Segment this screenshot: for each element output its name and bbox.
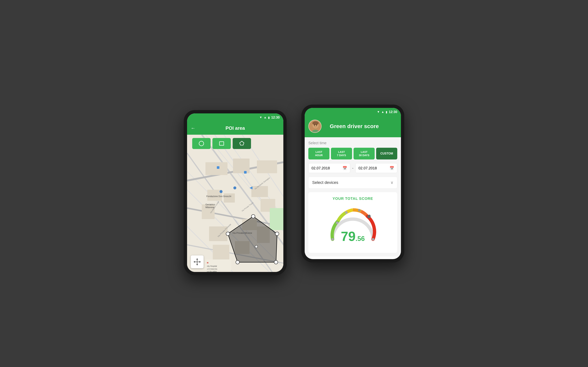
svg-marker-60 [193,261,195,263]
wifi-icon: ▼ [259,116,262,119]
status-bar-1: ▼ ▲ ▮ 12:30 [187,113,283,121]
signal-icon-2: ▲ [381,110,384,114]
time-display-2: 12:30 [389,110,397,114]
calendar-from-icon[interactable]: 📅 [343,166,347,170]
polygon-shape-button[interactable] [233,138,251,149]
battery-icon-2: ▮ [386,110,387,114]
select-devices-label: Select devices [312,180,338,185]
svg-point-50 [236,260,239,264]
gauge-chart: 79.56 [327,204,379,249]
date-from-field[interactable]: 02.07.2018 📅 [308,163,350,173]
gauge-value: 79.56 [341,230,365,243]
map-background: Via Privata Preneste Via Privata Tracia … [187,135,283,272]
svg-text:Geriatrico: Geriatrico [205,203,215,206]
svg-point-31 [233,186,236,189]
score-number: 79 [341,229,355,244]
map-container[interactable]: Via Privata Preneste Via Privata Tracia … [187,135,283,272]
battery-icon: ▮ [268,116,270,119]
svg-rect-1 [219,142,224,145]
svg-rect-54 [244,171,247,174]
date-range-row: 02.07.2018 📅 - 02.07.2018 📅 [308,163,397,173]
svg-text:La Via Lattea: La Via Lattea [207,270,217,272]
status-bar-2: ▼ ▲ ▮ 12:30 [305,108,401,116]
avatar [308,120,321,133]
svg-marker-2 [240,141,244,145]
last-hour-button[interactable]: LASTHOUR [308,148,329,159]
svg-rect-53 [217,166,219,169]
circle-shape-button[interactable] [192,138,211,149]
date-from-value: 02.07.2018 [311,166,330,170]
select-time-label: Select time [308,141,397,145]
svg-text:H: H [207,262,208,264]
select-devices-row[interactable]: Select devices ∨ [308,177,397,188]
shape-toolbar [192,138,251,149]
score-decimal: .56 [355,235,365,242]
custom-button[interactable]: CUSTOM [376,148,397,159]
phone-poi-area: ▼ ▲ ▮ 12:30 ← POI area [184,110,287,275]
move-button[interactable] [191,255,204,268]
date-to-value: 02.07.2018 [358,166,377,170]
svg-point-51 [226,232,230,236]
phone1-screen: ▼ ▲ ▮ 12:30 ← POI area [187,113,283,272]
score-section: YOUR TOTAL SCORE [308,192,397,253]
svg-point-73 [372,238,374,241]
wifi-icon-2: ▼ [377,110,380,114]
svg-marker-59 [196,264,198,266]
svg-point-71 [358,209,361,212]
svg-text:Milanese: Milanese [205,206,214,209]
phone2-screen: ▼ ▲ ▮ 12:30 [305,108,401,259]
svg-point-64 [312,121,319,125]
svg-point-66 [314,125,315,126]
rectangle-shape-button[interactable] [212,138,231,149]
svg-rect-17 [224,193,235,203]
svg-point-67 [316,125,317,126]
svg-text:Fondazione Don Gnocchi: Fondazione Don Gnocchi [206,195,231,198]
svg-rect-27 [233,158,250,173]
svg-point-74 [367,215,371,218]
date-separator: - [352,166,353,170]
svg-point-70 [345,211,348,214]
date-to-field[interactable]: 02.07.2018 📅 [355,163,397,173]
svg-point-68 [331,238,334,241]
svg-rect-19 [251,186,268,197]
phone-green-driver: ▼ ▲ ▮ 12:30 [301,105,404,262]
content-area: Select time LASTHOUR LAST7 DAYS LAST30 D… [305,137,401,257]
page-title-1: POI area [225,125,245,131]
svg-marker-58 [196,258,198,260]
svg-rect-28 [257,160,277,173]
page-title-2: Green driver score [325,123,384,129]
back-button[interactable]: ← [191,125,196,131]
app-header-1: ← POI area [187,121,283,135]
svg-marker-61 [199,261,201,263]
calendar-to-icon[interactable]: 📅 [389,166,394,170]
svg-text:nity Hospital: nity Hospital [207,265,217,267]
svg-rect-29 [270,208,283,230]
svg-text:a Di Maternita: a Di Maternita [207,268,217,270]
time-display-1: 12:30 [271,116,280,119]
svg-point-47 [251,215,255,218]
svg-point-48 [275,232,279,236]
signal-icon: ▲ [264,116,267,119]
last-7-days-button[interactable]: LAST7 DAYS [331,148,352,159]
green-header: Green driver score [305,116,401,137]
score-title: YOUR TOTAL SCORE [333,197,373,201]
last-30-days-button[interactable]: LAST30 DAYS [354,148,375,159]
svg-point-0 [199,141,204,146]
svg-rect-26 [205,162,227,175]
time-buttons-group: LASTHOUR LAST7 DAYS LAST30 DAYS CUSTOM [308,148,397,159]
chevron-down-icon: ∨ [390,180,393,185]
svg-point-69 [336,221,338,224]
svg-point-52 [255,245,258,248]
svg-point-49 [274,260,278,264]
